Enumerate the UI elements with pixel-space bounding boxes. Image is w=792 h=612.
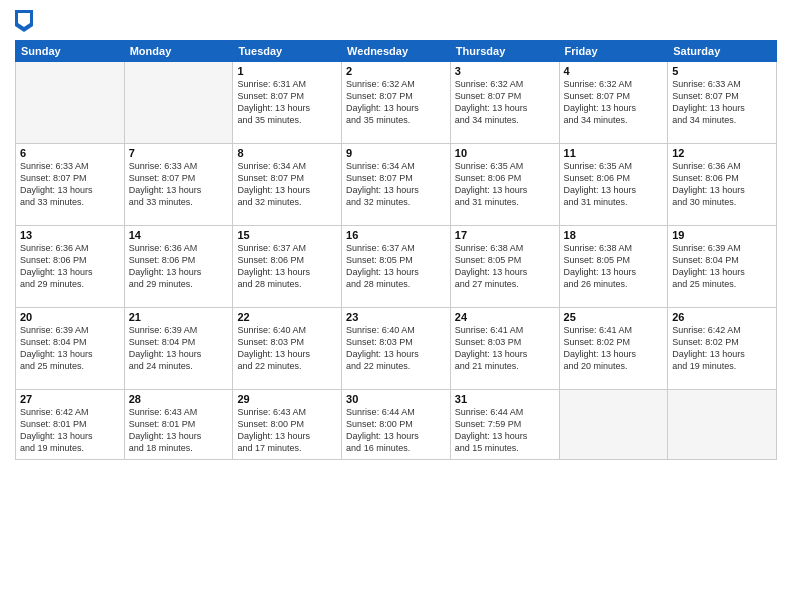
day-info: Sunrise: 6:36 AM Sunset: 8:06 PM Dayligh… [129,242,229,291]
day-number: 22 [237,311,337,323]
weekday-header: Friday [559,41,668,62]
calendar-cell: 1Sunrise: 6:31 AM Sunset: 8:07 PM Daylig… [233,62,342,144]
day-info: Sunrise: 6:40 AM Sunset: 8:03 PM Dayligh… [237,324,337,373]
calendar-table: SundayMondayTuesdayWednesdayThursdayFrid… [15,40,777,460]
calendar-cell: 16Sunrise: 6:37 AM Sunset: 8:05 PM Dayli… [342,226,451,308]
calendar-cell: 31Sunrise: 6:44 AM Sunset: 7:59 PM Dayli… [450,390,559,460]
day-number: 25 [564,311,664,323]
calendar-cell: 3Sunrise: 6:32 AM Sunset: 8:07 PM Daylig… [450,62,559,144]
calendar-cell [668,390,777,460]
weekday-header: Tuesday [233,41,342,62]
day-info: Sunrise: 6:43 AM Sunset: 8:01 PM Dayligh… [129,406,229,455]
calendar-cell: 17Sunrise: 6:38 AM Sunset: 8:05 PM Dayli… [450,226,559,308]
day-number: 10 [455,147,555,159]
calendar-cell [559,390,668,460]
calendar-cell: 9Sunrise: 6:34 AM Sunset: 8:07 PM Daylig… [342,144,451,226]
weekday-header: Saturday [668,41,777,62]
weekday-header-row: SundayMondayTuesdayWednesdayThursdayFrid… [16,41,777,62]
day-number: 26 [672,311,772,323]
day-number: 27 [20,393,120,405]
calendar-cell: 18Sunrise: 6:38 AM Sunset: 8:05 PM Dayli… [559,226,668,308]
day-number: 18 [564,229,664,241]
day-info: Sunrise: 6:42 AM Sunset: 8:02 PM Dayligh… [672,324,772,373]
day-number: 23 [346,311,446,323]
calendar-cell: 12Sunrise: 6:36 AM Sunset: 8:06 PM Dayli… [668,144,777,226]
calendar-page: SundayMondayTuesdayWednesdayThursdayFrid… [0,0,792,612]
calendar-cell: 2Sunrise: 6:32 AM Sunset: 8:07 PM Daylig… [342,62,451,144]
day-info: Sunrise: 6:39 AM Sunset: 8:04 PM Dayligh… [20,324,120,373]
calendar-cell: 7Sunrise: 6:33 AM Sunset: 8:07 PM Daylig… [124,144,233,226]
calendar-cell: 30Sunrise: 6:44 AM Sunset: 8:00 PM Dayli… [342,390,451,460]
day-info: Sunrise: 6:33 AM Sunset: 8:07 PM Dayligh… [20,160,120,209]
logo [15,10,36,32]
calendar-cell: 28Sunrise: 6:43 AM Sunset: 8:01 PM Dayli… [124,390,233,460]
day-info: Sunrise: 6:32 AM Sunset: 8:07 PM Dayligh… [455,78,555,127]
day-number: 13 [20,229,120,241]
day-info: Sunrise: 6:42 AM Sunset: 8:01 PM Dayligh… [20,406,120,455]
weekday-header: Wednesday [342,41,451,62]
calendar-cell: 19Sunrise: 6:39 AM Sunset: 8:04 PM Dayli… [668,226,777,308]
day-info: Sunrise: 6:34 AM Sunset: 8:07 PM Dayligh… [237,160,337,209]
day-number: 15 [237,229,337,241]
day-number: 9 [346,147,446,159]
day-number: 11 [564,147,664,159]
day-info: Sunrise: 6:36 AM Sunset: 8:06 PM Dayligh… [20,242,120,291]
day-number: 29 [237,393,337,405]
day-number: 7 [129,147,229,159]
calendar-week-row: 27Sunrise: 6:42 AM Sunset: 8:01 PM Dayli… [16,390,777,460]
day-info: Sunrise: 6:37 AM Sunset: 8:05 PM Dayligh… [346,242,446,291]
day-info: Sunrise: 6:35 AM Sunset: 8:06 PM Dayligh… [564,160,664,209]
day-info: Sunrise: 6:41 AM Sunset: 8:03 PM Dayligh… [455,324,555,373]
calendar-cell: 8Sunrise: 6:34 AM Sunset: 8:07 PM Daylig… [233,144,342,226]
calendar-cell [124,62,233,144]
calendar-cell: 13Sunrise: 6:36 AM Sunset: 8:06 PM Dayli… [16,226,125,308]
day-info: Sunrise: 6:36 AM Sunset: 8:06 PM Dayligh… [672,160,772,209]
day-number: 30 [346,393,446,405]
calendar-cell: 4Sunrise: 6:32 AM Sunset: 8:07 PM Daylig… [559,62,668,144]
calendar-cell: 10Sunrise: 6:35 AM Sunset: 8:06 PM Dayli… [450,144,559,226]
calendar-cell: 25Sunrise: 6:41 AM Sunset: 8:02 PM Dayli… [559,308,668,390]
weekday-header: Sunday [16,41,125,62]
day-info: Sunrise: 6:40 AM Sunset: 8:03 PM Dayligh… [346,324,446,373]
day-info: Sunrise: 6:37 AM Sunset: 8:06 PM Dayligh… [237,242,337,291]
day-number: 21 [129,311,229,323]
day-number: 2 [346,65,446,77]
calendar-cell: 23Sunrise: 6:40 AM Sunset: 8:03 PM Dayli… [342,308,451,390]
day-info: Sunrise: 6:39 AM Sunset: 8:04 PM Dayligh… [129,324,229,373]
weekday-header: Thursday [450,41,559,62]
day-number: 19 [672,229,772,241]
logo-icon [15,10,33,32]
day-info: Sunrise: 6:41 AM Sunset: 8:02 PM Dayligh… [564,324,664,373]
day-number: 1 [237,65,337,77]
calendar-week-row: 20Sunrise: 6:39 AM Sunset: 8:04 PM Dayli… [16,308,777,390]
calendar-week-row: 6Sunrise: 6:33 AM Sunset: 8:07 PM Daylig… [16,144,777,226]
day-info: Sunrise: 6:44 AM Sunset: 8:00 PM Dayligh… [346,406,446,455]
calendar-cell: 22Sunrise: 6:40 AM Sunset: 8:03 PM Dayli… [233,308,342,390]
day-number: 31 [455,393,555,405]
calendar-cell: 5Sunrise: 6:33 AM Sunset: 8:07 PM Daylig… [668,62,777,144]
calendar-cell: 26Sunrise: 6:42 AM Sunset: 8:02 PM Dayli… [668,308,777,390]
calendar-cell: 6Sunrise: 6:33 AM Sunset: 8:07 PM Daylig… [16,144,125,226]
day-number: 24 [455,311,555,323]
weekday-header: Monday [124,41,233,62]
day-number: 5 [672,65,772,77]
day-info: Sunrise: 6:38 AM Sunset: 8:05 PM Dayligh… [455,242,555,291]
day-number: 4 [564,65,664,77]
day-info: Sunrise: 6:32 AM Sunset: 8:07 PM Dayligh… [564,78,664,127]
day-number: 8 [237,147,337,159]
day-info: Sunrise: 6:44 AM Sunset: 7:59 PM Dayligh… [455,406,555,455]
calendar-cell: 27Sunrise: 6:42 AM Sunset: 8:01 PM Dayli… [16,390,125,460]
day-info: Sunrise: 6:34 AM Sunset: 8:07 PM Dayligh… [346,160,446,209]
calendar-cell [16,62,125,144]
calendar-cell: 11Sunrise: 6:35 AM Sunset: 8:06 PM Dayli… [559,144,668,226]
calendar-cell: 29Sunrise: 6:43 AM Sunset: 8:00 PM Dayli… [233,390,342,460]
day-info: Sunrise: 6:33 AM Sunset: 8:07 PM Dayligh… [129,160,229,209]
day-number: 14 [129,229,229,241]
calendar-cell: 21Sunrise: 6:39 AM Sunset: 8:04 PM Dayli… [124,308,233,390]
calendar-cell: 15Sunrise: 6:37 AM Sunset: 8:06 PM Dayli… [233,226,342,308]
calendar-cell: 14Sunrise: 6:36 AM Sunset: 8:06 PM Dayli… [124,226,233,308]
day-info: Sunrise: 6:31 AM Sunset: 8:07 PM Dayligh… [237,78,337,127]
day-info: Sunrise: 6:43 AM Sunset: 8:00 PM Dayligh… [237,406,337,455]
day-info: Sunrise: 6:33 AM Sunset: 8:07 PM Dayligh… [672,78,772,127]
calendar-cell: 24Sunrise: 6:41 AM Sunset: 8:03 PM Dayli… [450,308,559,390]
